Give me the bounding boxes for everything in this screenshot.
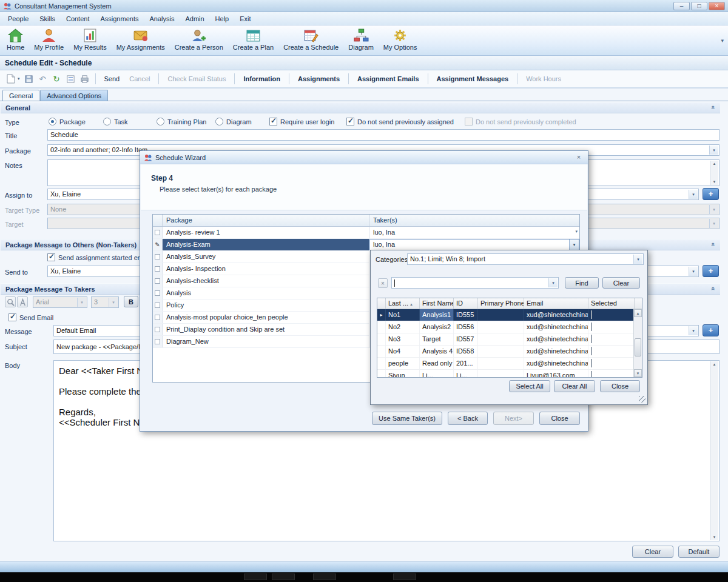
selected-checkbox[interactable] bbox=[591, 359, 592, 367]
assignments-button[interactable]: Assignments bbox=[293, 73, 345, 85]
scroll-down-icon[interactable]: ▼ bbox=[710, 179, 718, 185]
dropdown-icon[interactable]: ▾ bbox=[575, 229, 578, 234]
scroll-up-icon[interactable]: ▲ bbox=[710, 161, 718, 167]
takers-column-header[interactable]: Taker(s) bbox=[369, 215, 579, 226]
wizard-close-icon[interactable]: × bbox=[573, 153, 584, 162]
menu-people[interactable]: People bbox=[2, 13, 34, 25]
row-checkbox[interactable] bbox=[155, 230, 160, 235]
categories-combobox[interactable]: No.1; Limit; Win 8; Import ▾ bbox=[407, 253, 644, 265]
row-indicator[interactable] bbox=[153, 227, 163, 238]
row-checkbox[interactable] bbox=[155, 254, 160, 259]
minimize-button[interactable]: – bbox=[673, 2, 690, 10]
selected-checkbox[interactable] bbox=[591, 347, 592, 355]
menu-analysis[interactable]: Analysis bbox=[144, 13, 180, 25]
checkbox-send-assignment-started-email[interactable]: Send assignment started email bbox=[47, 253, 150, 261]
toolbar-home[interactable]: Home bbox=[2, 27, 29, 55]
checkbox-require-user-login[interactable]: Require user login bbox=[269, 118, 334, 125]
close-button[interactable]: × bbox=[709, 2, 725, 10]
default-button[interactable]: Default bbox=[678, 546, 720, 558]
notes-scrollbar[interactable]: ▲ ▼ bbox=[710, 161, 718, 185]
send-button[interactable]: Send bbox=[99, 73, 125, 85]
title-input[interactable]: Schedule bbox=[47, 129, 720, 141]
collapse-icon[interactable]: « bbox=[710, 105, 717, 109]
toolbar-my-profile[interactable]: My Profile bbox=[29, 27, 69, 55]
scroll-up-icon[interactable]: ▲ bbox=[634, 309, 642, 317]
row-indicator[interactable] bbox=[153, 299, 163, 311]
person-row[interactable]: No2 Analysis2 ID556 xud@shinetechchina..… bbox=[377, 321, 642, 333]
row-checkbox[interactable] bbox=[155, 315, 160, 320]
save-icon[interactable] bbox=[23, 73, 35, 85]
selected-checkbox[interactable] bbox=[591, 335, 592, 343]
toolbar-my-results[interactable]: My Results bbox=[69, 27, 111, 55]
taker-cell[interactable]: luo, Ina ▾ bbox=[369, 227, 579, 238]
radio-package[interactable]: Package bbox=[49, 118, 86, 125]
row-checkbox[interactable] bbox=[155, 266, 160, 272]
package-row[interactable]: ✎ Analysis-Exam luo, Ina ▾ bbox=[153, 239, 579, 251]
row-indicator[interactable] bbox=[153, 336, 163, 347]
checkbox-icon[interactable] bbox=[346, 118, 354, 125]
find-button-small[interactable] bbox=[5, 296, 16, 307]
print-icon[interactable] bbox=[79, 73, 90, 85]
radio-training-plan[interactable]: Training Plan bbox=[157, 118, 206, 125]
id-column-header[interactable]: ID bbox=[454, 298, 478, 309]
row-indicator[interactable] bbox=[153, 275, 163, 287]
checkbox-icon[interactable] bbox=[8, 313, 16, 321]
taskbar-item[interactable] bbox=[313, 574, 336, 580]
last-name-column-header[interactable]: Last ...▲ bbox=[386, 298, 420, 309]
taskbar-item[interactable] bbox=[272, 574, 295, 580]
picker-close-button[interactable]: Close bbox=[600, 380, 640, 392]
row-checkbox[interactable] bbox=[155, 339, 160, 344]
send-to-add-person-button[interactable]: + bbox=[703, 265, 719, 277]
email-column-header[interactable]: Email bbox=[524, 298, 588, 309]
row-indicator[interactable] bbox=[153, 263, 163, 275]
maximize-button[interactable]: □ bbox=[691, 2, 707, 10]
dropdown-icon[interactable]: ▾ bbox=[689, 190, 698, 199]
toolbar-create-person[interactable]: Create a Person bbox=[170, 27, 228, 55]
toolbar-my-options[interactable]: My Options bbox=[379, 27, 422, 55]
dropdown-icon[interactable]: ▾ bbox=[689, 267, 698, 276]
scroll-down-icon[interactable]: ▼ bbox=[634, 369, 642, 377]
dropdown-icon[interactable]: ▾ bbox=[569, 239, 579, 250]
scroll-down-icon[interactable]: ▼ bbox=[710, 534, 718, 540]
select-all-button[interactable]: Select All bbox=[509, 380, 550, 392]
row-indicator[interactable]: ✎ bbox=[153, 239, 163, 250]
package-row[interactable]: Analysis- review 1 luo, Ina ▾ bbox=[153, 227, 579, 239]
collapse-icon[interactable]: « bbox=[710, 242, 717, 246]
clear-button[interactable]: Clear bbox=[632, 546, 673, 558]
person-row[interactable]: No4 Analysis 4 ID558 xud@shinetechchina.… bbox=[377, 346, 642, 358]
person-row[interactable]: No3 Target ID557 xud@shinetechchina... bbox=[377, 333, 642, 346]
collapse-icon[interactable]: « bbox=[710, 287, 717, 290]
assign-to-add-person-button[interactable]: + bbox=[703, 188, 719, 200]
back-button[interactable]: < Back bbox=[448, 412, 488, 425]
row-indicator[interactable] bbox=[153, 312, 163, 323]
menu-skills[interactable]: Skills bbox=[34, 13, 61, 25]
row-indicator[interactable] bbox=[153, 251, 163, 263]
toolbar-my-assignments[interactable]: My Assignments bbox=[112, 27, 170, 55]
row-checkbox[interactable] bbox=[155, 303, 160, 308]
menu-help[interactable]: Help bbox=[210, 13, 235, 25]
checkbox-do-not-send-previously-assigned[interactable]: Do not send previously assigned bbox=[346, 118, 454, 125]
row-checkbox[interactable] bbox=[155, 327, 160, 332]
use-same-takers-button[interactable]: Use Same Taker(s) bbox=[372, 412, 442, 425]
resize-grip[interactable] bbox=[639, 396, 645, 403]
scrollbar-thumb[interactable] bbox=[635, 338, 641, 356]
toolbar-create-schedule[interactable]: Create a Schedule bbox=[278, 27, 343, 55]
person-row[interactable]: people Read only 201... xud@shinetechchi… bbox=[377, 358, 642, 370]
menu-content[interactable]: Content bbox=[61, 13, 95, 25]
package-column-header[interactable]: Package bbox=[163, 215, 369, 226]
taker-cell-editing[interactable]: luo, Ina ▾ bbox=[369, 239, 579, 250]
person-row[interactable]: Siyun Li... Li... Liyun@163.com bbox=[377, 370, 642, 378]
message-add-button[interactable]: + bbox=[703, 324, 719, 336]
clear-button[interactable]: Clear bbox=[602, 277, 640, 289]
checkbox-icon[interactable] bbox=[269, 118, 277, 125]
row-checkbox[interactable] bbox=[155, 278, 160, 284]
radio-icon[interactable] bbox=[215, 118, 223, 125]
radio-icon[interactable] bbox=[157, 118, 164, 125]
menu-assignments[interactable]: Assignments bbox=[95, 13, 144, 25]
clear-all-button[interactable]: Clear All bbox=[554, 380, 595, 392]
checklist-icon[interactable] bbox=[65, 73, 76, 85]
dropdown-icon[interactable]: ▾ bbox=[689, 326, 698, 335]
radio-diagram[interactable]: Diagram bbox=[215, 118, 252, 125]
wizard-close-button[interactable]: Close bbox=[539, 412, 580, 425]
tab-advanced-options[interactable]: Advanced Options bbox=[40, 90, 108, 101]
